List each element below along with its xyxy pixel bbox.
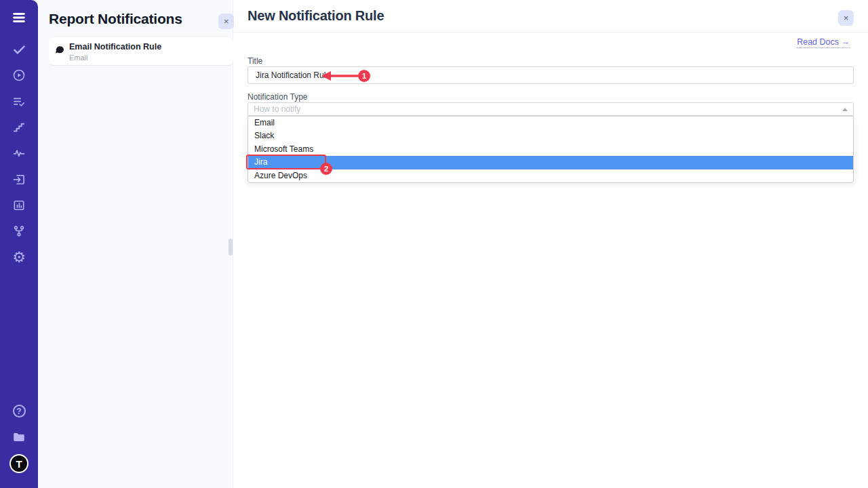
list-check-icon bbox=[12, 95, 26, 108]
help-button[interactable]: ? bbox=[0, 398, 38, 424]
drawer-title: New Notification Rule bbox=[248, 8, 384, 24]
sidebar: ⚙ ? T bbox=[0, 0, 38, 488]
select-option-email[interactable]: Email bbox=[248, 117, 853, 129]
play-circle-icon bbox=[12, 68, 26, 82]
sidebar-nav: ⚙ bbox=[0, 37, 38, 270]
close-icon: × bbox=[844, 14, 849, 22]
menu-icon bbox=[12, 10, 26, 28]
caret-up-icon bbox=[842, 108, 848, 111]
select-option-slack[interactable]: Slack bbox=[248, 129, 853, 142]
app-logo-button[interactable]: T bbox=[0, 450, 38, 477]
select-option-azure-devops[interactable]: Azure DevOps bbox=[248, 169, 853, 182]
notification-rule-list-item[interactable]: Email Notification Rule Email bbox=[49, 37, 233, 66]
help-circle-icon: ? bbox=[13, 405, 26, 418]
report-notifications-panel: Report Notifications × Email Notificatio… bbox=[38, 0, 233, 488]
annotation-step-badge-2: 2 bbox=[320, 163, 332, 175]
message-bubble-icon bbox=[54, 44, 65, 58]
read-docs-link[interactable]: Read Docs → bbox=[797, 37, 850, 48]
list-item-text: Email Notification Rule Email bbox=[69, 42, 161, 62]
select-placeholder: How to notify bbox=[254, 104, 300, 114]
drawer-header: New Notification Rule × bbox=[233, 0, 868, 33]
notification-type-dropdown: Email Slack Microsoft Teams Jira Azure D… bbox=[248, 116, 854, 183]
list-item-subtitle: Email bbox=[69, 54, 161, 62]
select-option-microsoft-teams[interactable]: Microsoft Teams bbox=[248, 143, 853, 156]
panel-resize-handle[interactable] bbox=[229, 239, 233, 256]
title-field-label: Title bbox=[248, 56, 262, 66]
notification-type-label: Notification Type bbox=[248, 92, 308, 102]
log-in-icon bbox=[12, 173, 26, 186]
title-input[interactable] bbox=[248, 66, 854, 84]
drawer-close-button[interactable]: × bbox=[838, 10, 854, 26]
notification-type-select[interactable]: How to notify bbox=[248, 102, 854, 116]
sidebar-item-check[interactable] bbox=[0, 37, 38, 62]
list-item-title: Email Notification Rule bbox=[69, 42, 161, 52]
sidebar-item-git-fork[interactable] bbox=[0, 218, 38, 244]
app-window: ⚙ ? T Report Notifications × bbox=[0, 0, 868, 488]
logo-t-icon: T bbox=[9, 454, 28, 473]
sidebar-item-play[interactable] bbox=[0, 62, 38, 88]
folder-button[interactable] bbox=[0, 424, 38, 450]
gear-icon: ⚙ bbox=[12, 250, 26, 265]
bar-chart-box-icon bbox=[12, 199, 26, 212]
sidebar-item-activity[interactable] bbox=[0, 140, 38, 166]
activity-pulse-icon bbox=[12, 146, 26, 160]
folder-icon bbox=[12, 430, 26, 445]
panel-title: Report Notifications bbox=[49, 11, 182, 27]
sidebar-bottom: ? T bbox=[0, 398, 38, 477]
panel-close-button[interactable]: × bbox=[218, 14, 234, 29]
steps-icon bbox=[12, 121, 26, 134]
annotation-step-badge-1: 1 bbox=[358, 70, 370, 82]
check-icon bbox=[12, 43, 26, 57]
sidebar-item-bar-chart[interactable] bbox=[0, 192, 38, 218]
hamburger-menu-button[interactable] bbox=[0, 9, 38, 29]
new-notification-rule-drawer: New Notification Rule × Read Docs → Titl… bbox=[233, 0, 868, 488]
git-fork-icon bbox=[12, 224, 26, 238]
select-option-jira[interactable]: Jira bbox=[248, 156, 853, 169]
sidebar-item-list-check[interactable] bbox=[0, 89, 38, 115]
sidebar-item-log-in[interactable] bbox=[0, 166, 38, 192]
sidebar-item-settings[interactable]: ⚙ bbox=[0, 244, 38, 270]
close-icon: × bbox=[224, 17, 229, 26]
sidebar-item-steps[interactable] bbox=[0, 115, 38, 140]
